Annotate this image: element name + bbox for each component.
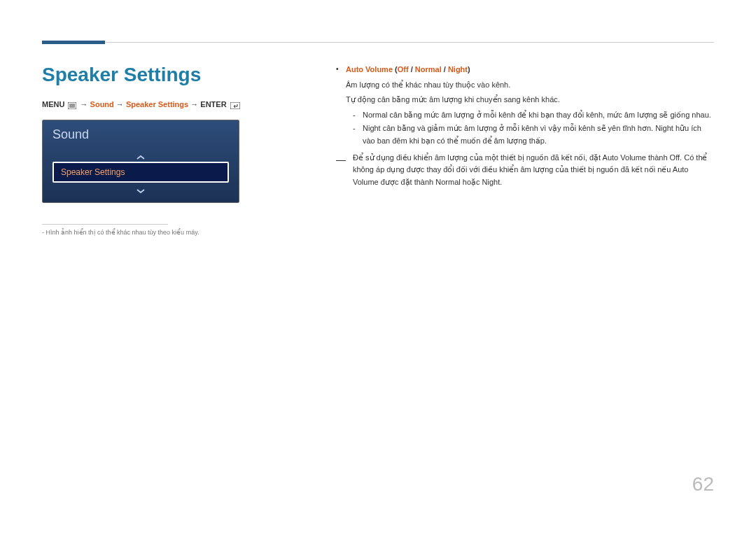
note-set-to: được đặt thành — [379, 178, 436, 186]
footnote-text: Hình ảnh hiển thị có thể khác nhau tùy t… — [46, 229, 200, 236]
note-or: hoặc — [461, 178, 482, 186]
breadcrumb-arrow-3: → — [190, 100, 198, 108]
auto-volume-label: Auto Volume — [346, 65, 393, 73]
note-night: Night — [482, 178, 500, 186]
normal-desc-row: - Normal cân bằng mức âm lượng ở mỗi kên… — [353, 109, 714, 122]
night-desc-1: cân bằng và giảm mức âm lượng ở mỗi kênh… — [381, 124, 655, 132]
breadcrumb-enter: ENTER — [200, 100, 226, 108]
page-number: 62 — [692, 473, 714, 496]
breadcrumb: MENU → Sound → Speaker Settings → ENTER — [42, 100, 322, 109]
open-paren: ( — [393, 65, 398, 73]
breadcrumb-arrow-1: → — [80, 100, 88, 108]
page-top-rule — [42, 42, 714, 43]
osd-panel: Sound Speaker Settings — [42, 120, 239, 203]
breadcrumb-arrow-2: → — [116, 100, 124, 108]
note-pre: Để sử dụng điều khiển âm lượng của một t… — [353, 153, 603, 162]
normal-keyword: Normal — [363, 111, 387, 119]
note-row: ― Để sử dụng điều khiển âm lượng của một… — [336, 152, 714, 189]
osd-title: Sound — [43, 120, 239, 149]
dash-mark-2: - — [353, 122, 363, 147]
breadcrumb-speaker-settings: Speaker Settings — [126, 100, 188, 108]
note-to: thành — [646, 153, 670, 162]
svg-rect-4 — [230, 102, 240, 109]
footnote-divider — [42, 224, 168, 225]
chevron-up-icon[interactable] — [52, 149, 229, 162]
note-mark: ― — [336, 152, 353, 189]
desc-line-2: Tự động cân bằng mức âm lượng khi chuyển… — [346, 94, 714, 106]
note-off: Off — [670, 153, 680, 162]
night-keyword-2: Night — [655, 124, 673, 132]
enter-icon — [230, 101, 240, 109]
footnote: - Hình ảnh hiển thị có thể khác nhau tùy… — [42, 229, 322, 236]
note-period: . — [500, 178, 502, 186]
night-keyword-1: Night — [363, 124, 381, 132]
night-desc-row: - Night cân bằng và giảm mức âm lượng ở … — [353, 122, 714, 147]
desc-line-1: Âm lượng có thể khác nhau tùy thuộc vào … — [346, 79, 714, 92]
osd-selected-item[interactable]: Speaker Settings — [52, 162, 229, 183]
note-normal: Normal — [435, 178, 460, 186]
normal-desc: cân bằng mức âm lượng ở mỗi kênh để khi … — [387, 111, 710, 119]
breadcrumb-sound: Sound — [90, 100, 114, 108]
option-off: Off — [398, 65, 409, 73]
note-auto-volume-1: Auto Volume — [603, 153, 646, 162]
auto-volume-heading: • Auto Volume (Off / Normal / Night) — [336, 64, 714, 76]
breadcrumb-menu: MENU — [42, 100, 64, 108]
page-title: Speaker Settings — [42, 64, 322, 86]
close-paren: ) — [468, 65, 470, 73]
footnote-dash: - — [42, 229, 44, 236]
option-night: Night — [448, 65, 468, 73]
menu-icon — [68, 101, 76, 109]
bullet-mark: • — [336, 64, 346, 76]
option-normal: Normal — [415, 65, 442, 73]
dash-mark-1: - — [353, 109, 363, 122]
slash-1: / — [409, 65, 415, 73]
slash-2: / — [442, 65, 448, 73]
chevron-down-icon[interactable] — [52, 183, 229, 195]
